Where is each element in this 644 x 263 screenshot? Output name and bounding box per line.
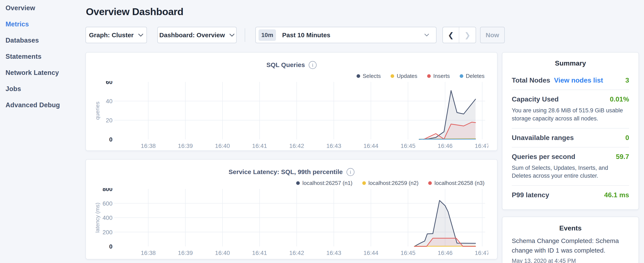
chevron-down-icon	[424, 34, 430, 37]
sql-queries-chart[interactable]: 16:3816:3916:4016:4116:4216:4316:4416:45…	[96, 81, 488, 150]
svg-text:16:40: 16:40	[215, 143, 230, 149]
view-nodes-list-link[interactable]: View nodes list	[554, 76, 603, 84]
summary-row-value: 59.7	[616, 153, 629, 161]
legend-dot-icon	[296, 181, 300, 185]
summary-row-value: 0	[625, 134, 629, 142]
svg-text:16:39: 16:39	[178, 143, 193, 149]
legend-item: Inserts	[427, 73, 450, 79]
dashboard-dropdown[interactable]: Dashboard: Overview	[157, 27, 237, 43]
chart-title: SQL Queries	[266, 61, 305, 69]
summary-row-label: Total Nodes	[512, 76, 550, 84]
sidebar: Overview Metrics Databases Statements Ne…	[0, 0, 86, 263]
summary-row-total-nodes: Total Nodes View nodes list 3	[512, 71, 629, 90]
event-list-item: Schema Change Completed: Schema change w…	[512, 236, 629, 263]
service-latency-chart-card: Service Latency: SQL, 99th percentile i …	[86, 159, 498, 259]
chevron-left-icon: ❮	[448, 31, 454, 39]
svg-text:16:42: 16:42	[289, 249, 304, 256]
legend-label: Selects	[363, 73, 381, 79]
legend-item: localhost:26259 (n2)	[362, 180, 419, 186]
service-latency-chart[interactable]: 16:3816:3916:4016:4116:4216:4316:4416:45…	[96, 188, 488, 257]
svg-text:600: 600	[102, 200, 112, 207]
legend-label: localhost:26258 (n3)	[434, 180, 484, 186]
now-button[interactable]: Now	[480, 27, 505, 43]
svg-text:0: 0	[109, 136, 112, 143]
chart-title: Service Latency: SQL, 99th percentile	[228, 168, 343, 176]
chart-legend: SelectsUpdatesInsertsDeletes	[96, 72, 488, 80]
info-icon[interactable]: i	[309, 61, 316, 69]
main-content: Overview Dashboard Graph: Cluster Dashbo…	[86, 0, 639, 263]
summary-panel: Summary Total Nodes View nodes list 3 Ca…	[502, 52, 639, 210]
event-timestamp: May 13, 2020 at 4:45 PM	[512, 258, 629, 263]
time-range-selector[interactable]: 10m Past 10 Minutes	[255, 27, 436, 43]
legend-label: localhost:26257 (n1)	[302, 180, 352, 186]
chevron-down-icon	[138, 34, 144, 37]
svg-text:16:42: 16:42	[289, 143, 304, 149]
event-text: Schema Change Completed: Schema change w…	[512, 236, 629, 255]
svg-text:20: 20	[106, 117, 112, 124]
sidebar-item-databases[interactable]: Databases	[6, 37, 86, 44]
svg-text:16:43: 16:43	[326, 143, 341, 149]
svg-text:16:46: 16:46	[438, 249, 452, 256]
legend-label: localhost:26259 (n2)	[368, 180, 419, 186]
charts-column: SQL Queries i SelectsUpdatesInsertsDelet…	[86, 52, 498, 259]
legend-label: Inserts	[433, 73, 450, 79]
svg-text:queries: queries	[96, 102, 100, 120]
legend-dot-icon	[356, 74, 360, 78]
time-step-back-button[interactable]: ❮	[443, 27, 459, 43]
summary-row-p99-latency: P99 latency 46.1 ms	[512, 185, 629, 204]
side-column: Summary Total Nodes View nodes list 3 Ca…	[502, 52, 639, 263]
legend-item: localhost:26257 (n1)	[296, 180, 352, 186]
svg-text:16:38: 16:38	[141, 143, 156, 149]
graph-scope-dropdown[interactable]: Graph: Cluster	[86, 27, 147, 43]
svg-text:16:47: 16:47	[475, 249, 488, 256]
svg-text:16:47: 16:47	[475, 143, 488, 149]
svg-text:60: 60	[106, 81, 112, 85]
toolbar-divider	[245, 28, 245, 42]
time-range-label: Past 10 Minutes	[282, 32, 424, 39]
legend-dot-icon	[427, 74, 431, 78]
summary-row-value: 0.01%	[610, 95, 629, 103]
time-step-forward-button[interactable]: ❯	[459, 27, 476, 43]
svg-text:16:41: 16:41	[252, 143, 267, 149]
legend-dot-icon	[362, 181, 366, 185]
page-title: Overview Dashboard	[86, 6, 639, 18]
sidebar-item-statements[interactable]: Statements	[6, 53, 86, 60]
summary-heading: Summary	[512, 59, 629, 67]
summary-row-queries-per-second: Queries per second 59.7 Sum of Selects, …	[512, 147, 629, 185]
legend-label: Deletes	[466, 73, 484, 79]
time-step-buttons: ❮ ❯	[442, 27, 476, 43]
svg-text:16:44: 16:44	[363, 143, 378, 149]
events-panel: Events Schema Change Completed: Schema c…	[502, 217, 639, 263]
summary-row-value: 3	[625, 76, 629, 84]
legend-dot-icon	[428, 181, 432, 185]
svg-text:0: 0	[109, 243, 112, 250]
summary-row-description: Sum of Selects, Updates, Inserts, and De…	[512, 164, 629, 180]
svg-text:16:45: 16:45	[400, 143, 416, 149]
summary-row-value: 46.1 ms	[604, 191, 629, 199]
legend-item: Deletes	[460, 73, 484, 79]
sidebar-item-overview[interactable]: Overview	[6, 4, 86, 12]
info-icon[interactable]: i	[346, 168, 354, 176]
legend-dot-icon	[390, 74, 394, 78]
sidebar-item-network-latency[interactable]: Network Latency	[6, 69, 86, 77]
time-range-badge: 10m	[258, 29, 276, 41]
svg-text:16:38: 16:38	[141, 249, 156, 256]
graph-scope-dropdown-label: Graph: Cluster	[89, 32, 134, 39]
legend-dot-icon	[460, 74, 463, 78]
svg-text:800: 800	[102, 188, 112, 192]
events-heading: Events	[512, 224, 629, 232]
sidebar-item-jobs[interactable]: Jobs	[6, 85, 86, 93]
summary-row-label: Capacity Used	[512, 95, 559, 103]
svg-text:40: 40	[106, 98, 112, 105]
sidebar-item-metrics[interactable]: Metrics	[6, 21, 86, 28]
chart-legend: localhost:26257 (n1)localhost:26259 (n2)…	[96, 179, 488, 187]
summary-row-capacity-used: Capacity Used 0.01% You are using 28.6 M…	[512, 90, 629, 128]
chevron-right-icon: ❯	[464, 31, 470, 39]
legend-item: localhost:26258 (n3)	[428, 180, 484, 186]
svg-text:16:40: 16:40	[215, 249, 230, 256]
dashboard-body: SQL Queries i SelectsUpdatesInsertsDelet…	[86, 52, 639, 263]
chevron-down-icon	[229, 34, 235, 37]
sidebar-item-advanced-debug[interactable]: Advanced Debug	[6, 101, 86, 109]
toolbar: Graph: Cluster Dashboard: Overview 10m P…	[86, 27, 639, 43]
legend-label: Updates	[397, 73, 417, 79]
